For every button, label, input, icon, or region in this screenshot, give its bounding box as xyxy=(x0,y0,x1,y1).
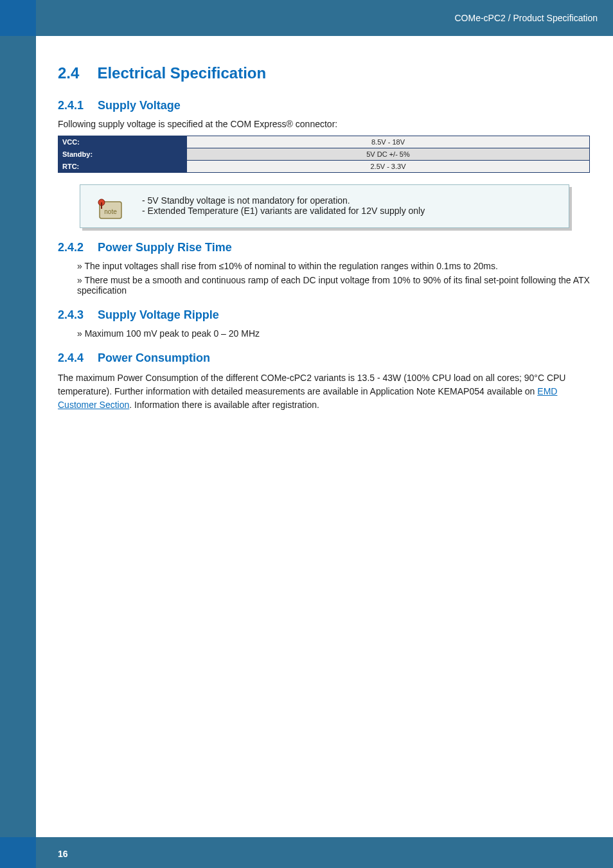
table-value: 2.5V - 3.3V xyxy=(187,161,590,173)
footer-band: 16 xyxy=(0,837,613,868)
bullet-item: » Maximum 100 mV peak to peak 0 – 20 MHz xyxy=(77,328,590,339)
subsection-number: 2.4.4 xyxy=(58,351,84,365)
subsection-supply-voltage: 2.4.1Supply Voltage xyxy=(58,99,590,112)
rise-time-bullets: » The input voltages shall rise from ≤10… xyxy=(77,261,590,296)
subsection-power-consumption: 2.4.4Power Consumption xyxy=(58,351,590,365)
header-band: COMe-cPC2 / Product Specification xyxy=(0,0,613,36)
header-breadcrumb: COMe-cPC2 / Product Specification xyxy=(454,13,598,23)
footer-corner xyxy=(0,837,36,868)
svg-rect-3 xyxy=(101,202,102,209)
supply-voltage-table: VCC: 8.5V - 18V Standby: 5V DC +/- 5% RT… xyxy=(58,136,590,173)
section-heading: 2.4Electrical Specification xyxy=(58,64,590,82)
page-number: 16 xyxy=(58,849,68,859)
ripple-bullets: » Maximum 100 mV peak to peak 0 – 20 MHz xyxy=(77,328,590,339)
note-line: - 5V Standby voltage is not mandatory fo… xyxy=(142,195,557,206)
power-consumption-para: The maximum Power Consumption of the dif… xyxy=(58,371,590,412)
subsection-number: 2.4.1 xyxy=(58,99,84,112)
section-title: Electrical Specification xyxy=(97,64,266,82)
subsection-title: Power Supply Rise Time xyxy=(98,241,232,254)
table-label: RTC: xyxy=(58,161,187,173)
note-block: note - 5V Standby voltage is not mandato… xyxy=(80,184,569,228)
table-label: Standby: xyxy=(58,148,187,161)
table-row: RTC: 2.5V - 3.3V xyxy=(58,161,590,173)
subsection-title: Supply Voltage xyxy=(98,99,181,112)
table-row: Standby: 5V DC +/- 5% xyxy=(58,148,590,161)
section-number: 2.4 xyxy=(58,64,79,82)
para-text: The maximum Power Consumption of the dif… xyxy=(58,373,565,396)
table-value: 8.5V - 18V xyxy=(187,136,590,148)
subsection-title: Power Consumption xyxy=(98,351,210,364)
para-text: . Information there is available after r… xyxy=(129,400,319,410)
supply-voltage-lead: Following supply voltage is specified at… xyxy=(58,119,590,129)
subsection-ripple: 2.4.3Supply Voltage Ripple xyxy=(58,308,590,322)
subsection-number: 2.4.3 xyxy=(58,308,84,322)
note-line: - Extended Temperature (E1) variants are… xyxy=(142,206,557,216)
table-row: VCC: 8.5V - 18V xyxy=(58,136,590,148)
bullet-item: » There must be a smooth and continuous … xyxy=(77,275,590,296)
header-corner xyxy=(0,0,36,36)
subsection-title: Supply Voltage Ripple xyxy=(98,308,219,321)
table-value: 5V DC +/- 5% xyxy=(187,148,590,161)
bullet-item: » The input voltages shall rise from ≤10… xyxy=(77,261,590,271)
svg-text:note: note xyxy=(104,208,117,215)
table-label: VCC: xyxy=(58,136,187,148)
subsection-rise-time: 2.4.2Power Supply Rise Time xyxy=(58,241,590,254)
left-rail xyxy=(0,0,36,868)
note-box: note - 5V Standby voltage is not mandato… xyxy=(80,184,569,228)
content-area: 2.4Electrical Specification 2.4.1Supply … xyxy=(58,64,590,412)
note-icon: note xyxy=(94,197,125,222)
subsection-number: 2.4.2 xyxy=(58,241,84,254)
